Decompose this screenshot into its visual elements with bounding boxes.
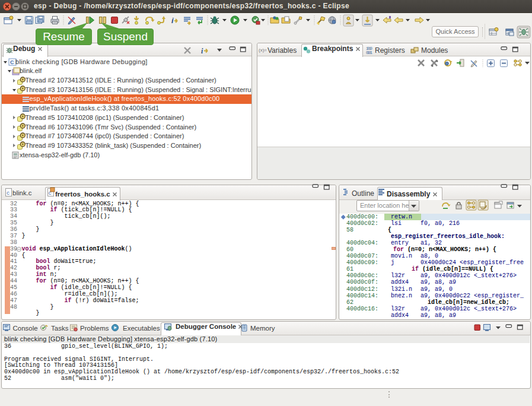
svg-text:C: C bbox=[10, 59, 14, 65]
